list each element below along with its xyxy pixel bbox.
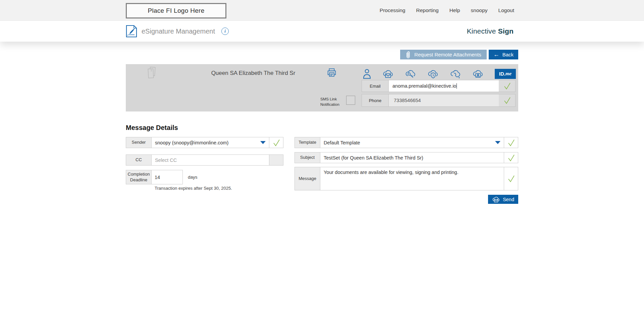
- subject-input[interactable]: TestSet (for Queen SA Elizabeth The Thir…: [320, 152, 504, 163]
- phone-label: Phone: [362, 94, 389, 106]
- cloud-key-icon[interactable]: [405, 69, 416, 79]
- brand-sign: Sign: [498, 27, 514, 35]
- cc-label: CC: [126, 154, 152, 166]
- message-textarea[interactable]: Your documents are available for viewing…: [320, 167, 504, 190]
- page-title: eSignature Management: [142, 28, 215, 35]
- template-label: Template: [294, 137, 320, 148]
- completion-deadline-label: Completion Deadline: [126, 170, 152, 184]
- sms-link-notification-label: SMS Link Notification: [320, 97, 345, 107]
- sender-row: Sender snoopy (snoopy@immonline.com): [126, 137, 283, 148]
- back-button[interactable]: ← Back: [489, 50, 518, 59]
- brand-logo: Kinective Sign: [467, 27, 518, 35]
- subject-value: TestSet (for Queen SA Elizabeth The Thir…: [324, 155, 423, 161]
- idme-badge[interactable]: ID.me: [495, 69, 516, 79]
- fi-logo-placeholder: Place FI Logo Here: [126, 3, 226, 18]
- email-field[interactable]: anoma.premalal@kinective.io: [389, 80, 499, 92]
- idme-italic-text: me: [505, 71, 512, 77]
- paperclip-icon: [406, 51, 411, 59]
- text-caret: [457, 83, 457, 89]
- send-label: Send: [503, 197, 514, 202]
- nav-user-snoopy[interactable]: snoopy: [471, 7, 488, 13]
- nav-help[interactable]: Help: [449, 7, 460, 13]
- sender-label: Sender: [126, 137, 152, 148]
- phone-field[interactable]: 7338546654: [389, 94, 499, 106]
- completion-deadline-value: 14: [155, 175, 160, 180]
- phone-valid-check: [499, 94, 515, 106]
- page-header: x eSignature Management i Kinective Sign: [0, 21, 644, 42]
- printer-icon[interactable]: [327, 68, 336, 79]
- completion-deadline-row: Completion Deadline 14 days: [126, 170, 283, 184]
- fi-logo-text: Place FI Logo Here: [148, 7, 204, 14]
- top-navigation: Processing Reporting Help snoopy Logout: [380, 0, 514, 20]
- expiration-note: Transaction expires after Sept 30, 2025.: [155, 186, 283, 191]
- subject-label: Subject: [294, 152, 320, 163]
- request-remote-attachments-label: Request Remote Attachments: [414, 52, 481, 57]
- nav-reporting[interactable]: Reporting: [416, 7, 438, 13]
- esignature-document-icon: x: [126, 25, 137, 38]
- cloud-shield-question-icon[interactable]: ?: [427, 69, 439, 79]
- email-value: anoma.premalal@kinective.io: [392, 83, 456, 89]
- message-valid-check: [504, 167, 518, 190]
- completion-deadline-input[interactable]: 14: [151, 170, 183, 184]
- message-label: Message: [294, 167, 320, 190]
- sender-dropdown[interactable]: snoopy (snoopy@immonline.com): [151, 137, 269, 148]
- back-label: Back: [502, 52, 514, 57]
- cc-row: CC Select CC: [126, 154, 283, 166]
- cloud-email-icon[interactable]: [382, 69, 394, 79]
- message-value: Your documents are available for viewing…: [324, 170, 459, 175]
- chevron-down-icon: [495, 141, 500, 144]
- request-remote-attachments-button[interactable]: Request Remote Attachments: [400, 50, 486, 59]
- sender-value: snoopy (snoopy@immonline.com): [155, 140, 228, 145]
- template-row: Template Default Template: [294, 137, 518, 148]
- message-details-form: Sender snoopy (snoopy@immonline.com) CC …: [126, 137, 518, 204]
- cc-field[interactable]: Select CC: [151, 154, 269, 166]
- message-row: Message Your documents are available for…: [294, 167, 518, 190]
- cloud-send-envelope-icon: [492, 196, 500, 203]
- phone-value: 7338546654: [394, 98, 421, 103]
- brand-kinective: Kinective: [467, 27, 498, 35]
- email-label: Email: [362, 80, 389, 92]
- cc-check-cell: [269, 154, 283, 166]
- template-dropdown[interactable]: Default Template: [320, 137, 504, 148]
- cloud-id-verification-icon[interactable]: [472, 69, 484, 79]
- template-value: Default Template: [324, 140, 360, 145]
- send-button[interactable]: Send: [488, 195, 518, 204]
- email-valid-check: [499, 80, 515, 92]
- phone-row: Phone 7338546654: [362, 94, 516, 107]
- sender-valid-check: [269, 137, 283, 148]
- subject-row: Subject TestSet (for Queen SA Elizabeth …: [294, 152, 518, 163]
- svg-text:?: ?: [432, 74, 434, 77]
- message-details-heading: Message Details: [126, 124, 518, 132]
- email-row: Email anoma.premalal@kinective.io: [362, 80, 516, 92]
- delivery-method-icons: ? I: [363, 69, 516, 79]
- sms-link-notification-checkbox[interactable]: [346, 96, 355, 105]
- action-buttons-row: Request Remote Attachments ← Back: [126, 50, 518, 59]
- cc-placeholder: Select CC: [155, 157, 177, 163]
- subject-valid-check: [504, 152, 518, 163]
- recipient-panel: 1 Queen SA Elizabeth The Third Sr: [126, 64, 518, 111]
- top-bar: Place FI Logo Here Processing Reporting …: [0, 0, 644, 21]
- chevron-down-icon: [260, 141, 266, 144]
- template-valid-check: [504, 137, 518, 148]
- idme-bold-text: ID.: [499, 71, 505, 77]
- days-unit-label: days: [188, 175, 198, 180]
- nav-processing[interactable]: Processing: [380, 7, 406, 13]
- info-icon[interactable]: i: [221, 28, 229, 35]
- cloud-phone-icon[interactable]: [450, 69, 461, 79]
- back-arrow-icon: ←: [493, 51, 499, 57]
- nav-logout[interactable]: Logout: [498, 7, 514, 13]
- person-icon[interactable]: [363, 69, 371, 79]
